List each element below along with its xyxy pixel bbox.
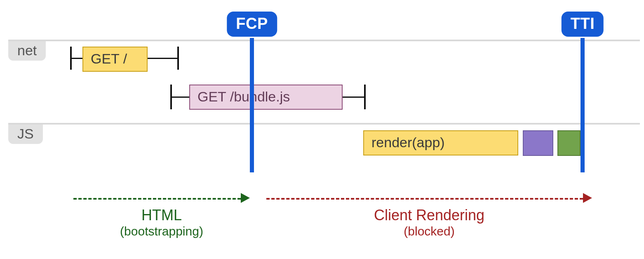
phase-arrow-html (73, 198, 241, 200)
whisker-cap (364, 85, 366, 109)
marker-tti-pill: TTI (562, 12, 604, 37)
phase-label-html: HTML (bootstrapping) (73, 206, 250, 239)
task-block-purple (523, 130, 553, 156)
phase-label-client: Client Rendering (blocked) (266, 206, 592, 239)
request-get-root: GET / (82, 47, 148, 72)
whisker-line (148, 58, 179, 59)
phase-html-title: HTML (141, 207, 182, 224)
marker-fcp-line (250, 38, 254, 172)
lane-tag-net: net (8, 41, 46, 61)
whisker-line (170, 97, 189, 98)
phase-client-title: Client Rendering (374, 207, 484, 224)
phase-html-sub: (bootstrapping) (73, 224, 250, 239)
phase-arrowhead-client (583, 193, 592, 203)
lane-tag-js: JS (8, 125, 43, 144)
rendering-timeline-diagram: net JS FCP TTI GET / GET /bundle.js rend… (0, 0, 644, 259)
whisker-line (70, 58, 82, 59)
phase-arrowhead-html (241, 193, 250, 203)
whisker-line (343, 97, 366, 98)
request-get-bundle: GET /bundle.js (189, 85, 343, 110)
whisker-cap (177, 47, 179, 70)
phase-client-sub: (blocked) (266, 224, 592, 239)
task-render-app: render(app) (363, 130, 518, 155)
lane-separator-top (8, 40, 640, 41)
task-block-green (557, 130, 581, 156)
marker-tti-line (581, 38, 585, 172)
marker-fcp-pill: FCP (227, 12, 277, 37)
phase-arrow-client (266, 198, 583, 200)
lane-separator-bottom (8, 123, 640, 125)
